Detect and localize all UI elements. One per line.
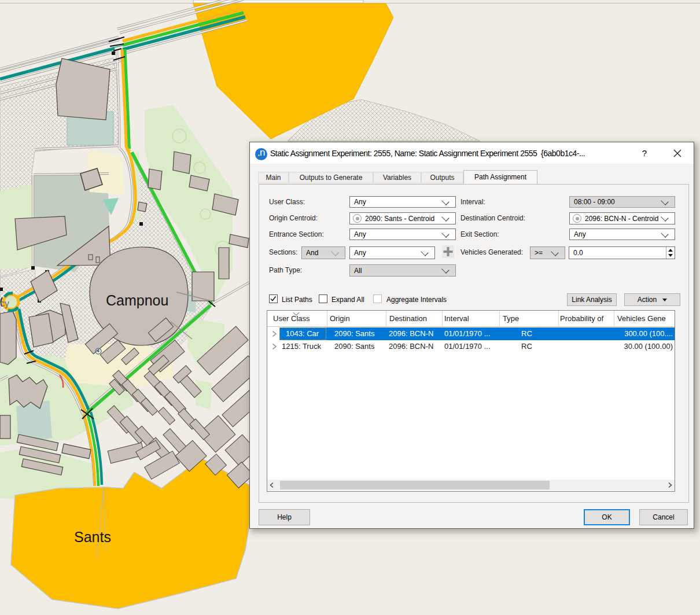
svg-text:Sants: Sants (74, 529, 111, 545)
svg-text:cy: cy (0, 299, 9, 308)
svg-text:Campnou: Campnou (106, 292, 168, 308)
